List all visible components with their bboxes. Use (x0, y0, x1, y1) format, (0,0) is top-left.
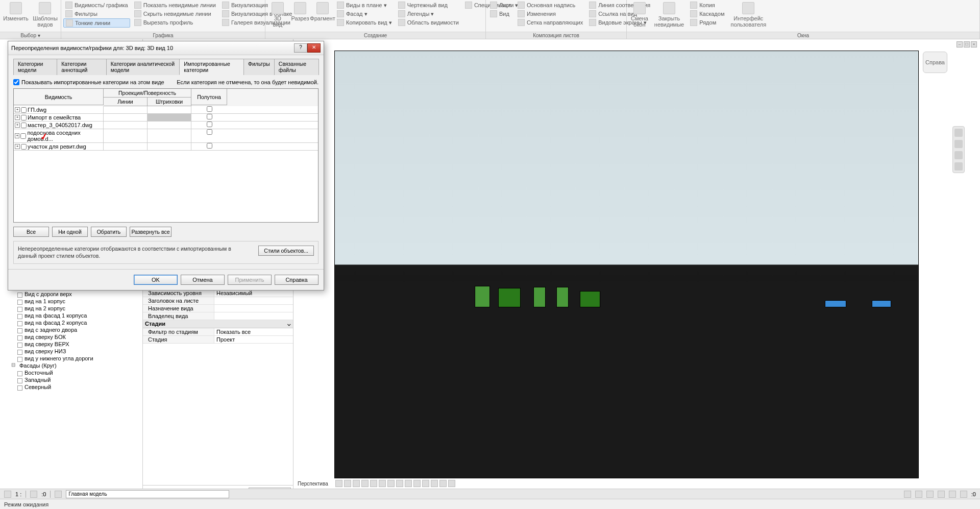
vc-icon[interactable] (353, 480, 360, 487)
col-halftone[interactable]: Полутона (191, 89, 227, 105)
zoom-icon[interactable] (954, 151, 963, 159)
expand-icon[interactable]: + (15, 107, 20, 112)
copy-win-button[interactable]: Копия (688, 1, 726, 9)
tree-view-item[interactable]: вид сверху БОК (10, 333, 142, 341)
halftone-checkbox[interactable] (207, 129, 212, 135)
draft-view-button[interactable]: Чертежный вид (396, 1, 461, 9)
bb-icon[interactable] (938, 491, 945, 498)
select-all-button[interactable]: Все (13, 227, 49, 237)
expand-icon[interactable]: + (15, 115, 20, 120)
halftone-checkbox[interactable] (207, 122, 212, 127)
show-imported-checkbox[interactable]: Показывать импортированные категории на … (13, 79, 164, 85)
plan-views-button[interactable]: Виды в плане ▾ (335, 1, 394, 9)
vc-icon[interactable] (413, 480, 421, 487)
maximize-view-icon[interactable]: □ (964, 41, 970, 47)
pan-icon[interactable] (954, 140, 963, 148)
viewcube[interactable]: Справа (923, 52, 947, 73)
object-styles-button[interactable]: Стили объектов... (258, 246, 314, 256)
thin-lines-button[interactable]: Тонкие линии (63, 18, 130, 28)
fragment-button[interactable]: Фрагмент (312, 1, 333, 22)
tree-view-item[interactable]: вид сверху НИЗ (10, 348, 142, 355)
vc-icon[interactable] (396, 480, 403, 487)
lines-cell[interactable] (104, 122, 148, 129)
bb-icon[interactable] (926, 491, 934, 498)
expand-icon[interactable]: + (15, 133, 19, 138)
tree-facade-item[interactable]: Восточный (10, 369, 142, 376)
apply-button[interactable]: Применить (228, 275, 272, 285)
vc-icon[interactable] (439, 480, 447, 487)
guide-grid-button[interactable]: Сетка направляющих (516, 18, 585, 27)
titleblock-button[interactable]: Основная надпись (516, 1, 585, 9)
bb-icon[interactable] (960, 491, 967, 498)
copy-view-button[interactable]: Копировать вид ▾ (335, 18, 394, 27)
property-row[interactable]: Назначение вида (143, 305, 293, 312)
halftone-checkbox[interactable] (207, 143, 212, 149)
help-button[interactable]: Справка (275, 275, 318, 285)
prop-value[interactable] (214, 305, 293, 312)
vc-icon[interactable] (379, 480, 386, 487)
modify-button[interactable]: Изменить (2, 1, 30, 22)
tree-view-item[interactable]: вид на фасад 1 корпуса (10, 312, 142, 319)
vc-icon[interactable] (431, 480, 438, 487)
bb-icon[interactable] (30, 491, 37, 498)
vc-icon[interactable] (361, 480, 369, 487)
hatch-cell[interactable] (148, 122, 191, 129)
category-row[interactable]: +Импорт в семейства (14, 114, 318, 122)
close-view-icon[interactable]: × (971, 41, 977, 47)
cascade-button[interactable]: Каскадом (688, 10, 726, 18)
close-hidden-button[interactable]: Закрыть невидимые (652, 1, 686, 29)
tree-view-item[interactable]: Вид с дороги верх (10, 290, 142, 298)
col-visibility[interactable]: Видимость (14, 89, 104, 105)
section-button[interactable]: Разрез (290, 1, 310, 22)
vc-icon[interactable] (387, 480, 395, 487)
lines-cell[interactable] (104, 114, 148, 121)
expand-icon[interactable]: + (15, 123, 20, 128)
bb-icon[interactable] (949, 491, 956, 498)
prop-value[interactable] (214, 297, 293, 304)
vc-icon[interactable] (335, 480, 342, 487)
dialog-tab[interactable]: Категории аннотаций (57, 59, 107, 75)
tree-view-item[interactable]: вид сверху ВЕРХ (10, 341, 142, 348)
ok-button[interactable]: OK (134, 275, 178, 285)
halftone-checkbox[interactable] (207, 106, 212, 112)
category-row[interactable]: +мастер_3_04052017.dwg (14, 122, 318, 129)
visibility-graphics-button[interactable]: Видимость/ графика (63, 1, 130, 9)
category-checkbox[interactable] (21, 115, 27, 120)
hatch-cell[interactable] (148, 143, 191, 150)
category-row[interactable]: +участок для ревит.dwg (14, 143, 318, 151)
3d-viewport[interactable] (334, 51, 919, 478)
dialog-tab[interactable]: Импортированные категории (179, 59, 244, 75)
sheet-button[interactable]: Лист (488, 1, 513, 9)
tree-view-item[interactable]: вид на 2 корпус (10, 305, 142, 312)
view-button[interactable]: Вид (488, 10, 513, 18)
vc-icon[interactable] (370, 480, 377, 487)
category-checkbox[interactable] (21, 107, 27, 113)
3d-view-button[interactable]: 3D вид (267, 1, 288, 29)
tree-view-item[interactable]: вид с заднего двора (10, 326, 142, 333)
prop-cat-stages[interactable]: Стадии⌵ (143, 320, 293, 328)
steering-wheel-icon[interactable] (954, 129, 963, 137)
hatch-cell[interactable] (148, 114, 191, 121)
dialog-titlebar[interactable]: Переопределения видимости/графики для: 3… (8, 41, 324, 55)
collapse-icon[interactable]: ⌵ (287, 321, 291, 327)
swap-windows-button[interactable]: Смена окон (629, 1, 650, 29)
dialog-tab[interactable]: Связанные файлы (274, 59, 319, 75)
show-hidden-button[interactable]: Показать невидимые линии (132, 1, 218, 9)
expand-icon[interactable]: + (15, 144, 20, 149)
dialog-tab[interactable]: Категории модели (13, 59, 57, 75)
view-templates-button[interactable]: Шаблоны видов (32, 1, 59, 29)
invert-button[interactable]: Обратить (91, 227, 127, 237)
dialog-close-button[interactable]: ✕ (307, 43, 321, 53)
minimize-view-icon[interactable]: – (957, 41, 963, 47)
halftone-checkbox[interactable] (207, 114, 212, 119)
hatch-cell[interactable] (148, 106, 191, 113)
orbit-icon[interactable] (954, 162, 963, 171)
col-lines[interactable]: Линии (104, 98, 148, 106)
scope-box-button[interactable]: Область видимости (396, 18, 461, 27)
dialog-tab[interactable]: Категории аналитической модели (106, 59, 180, 75)
prop-value[interactable] (214, 312, 293, 320)
vc-icon[interactable] (448, 480, 455, 487)
vc-icon[interactable] (405, 480, 412, 487)
tree-facades[interactable]: Фасады (Круг) (10, 362, 142, 369)
tree-view-item[interactable]: вид на 1 корпус (10, 298, 142, 305)
